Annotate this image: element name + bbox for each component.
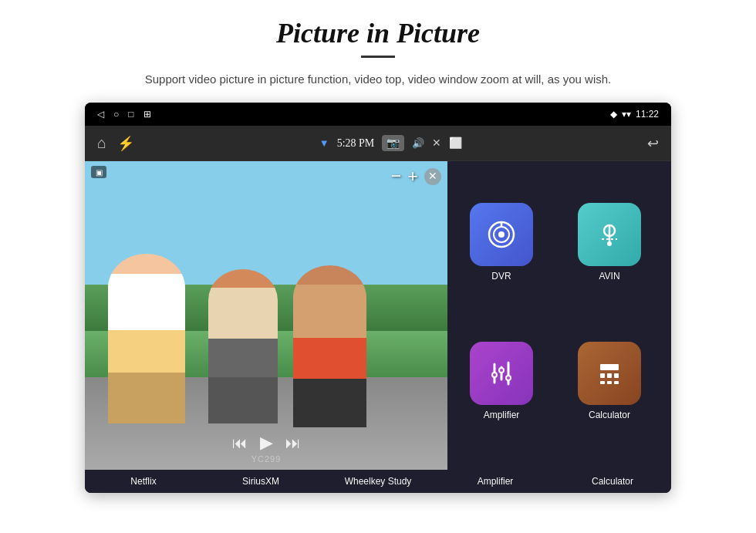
wifi-status-icon: ▼ [319,137,329,150]
bottom-label-row: Netflix SiriusXM Wheelkey Study Amplifie… [85,470,671,493]
siriusxm-bottom-label: SiriusXM [211,476,311,487]
amplifier-icon [470,342,533,405]
recents-nav-icon[interactable]: □ [128,109,133,120]
device-frame: ◁ ○ □ ⊞ ◆ ▾▾ 11:22 ⌂ ⚡ ▼ 5:28 PM 📷 🔊 [85,103,671,493]
pip-minus-button[interactable]: − [391,166,402,187]
person-1 [108,254,185,423]
avin-label: AVIN [599,271,619,282]
signal-icon: ▾▾ [622,109,631,120]
dvr-icon [470,203,533,266]
svg-point-13 [506,376,511,380]
play-button[interactable]: ▶ [260,433,273,453]
app-icon-grid: DVR AVIN [440,161,671,470]
video-top-bar: ▣ [91,166,106,178]
person-3 [293,265,366,427]
wheelkey-bottom-label: Wheelkey Study [328,476,428,487]
pip-video-container: ▣ − + ✕ ⏮ ▶ [85,161,447,470]
dvr-label: DVR [491,271,511,282]
svg-rect-18 [600,381,605,384]
volume-icon[interactable]: 🔊 [412,137,424,150]
title-divider [361,56,395,58]
svg-rect-17 [614,373,619,378]
status-bar-right: ◆ ▾▾ 11:22 [610,109,659,120]
svg-rect-20 [614,381,619,384]
pip-controls[interactable]: − + ✕ [391,166,441,187]
android-status-bar: ◁ ○ □ ⊞ ◆ ▾▾ 11:22 [85,103,671,126]
pip-close-icon: ✕ [428,170,437,183]
pip-mode-icon: ▣ [91,166,106,178]
svg-point-12 [499,368,504,373]
amplifier-bottom-label: Amplifier [445,476,545,487]
pip-close-button[interactable]: ✕ [424,168,441,185]
camera-button[interactable]: 📷 [382,135,404,151]
pip-plus-button[interactable]: + [407,166,418,187]
page-title: Picture in Picture [276,17,480,49]
calculator-label: Calculator [589,410,630,420]
pip-video-overlay[interactable]: ▣ − + ✕ ⏮ ▶ [85,161,447,470]
svg-rect-14 [600,364,619,370]
calculator-app[interactable]: Calculator [578,342,641,420]
svg-point-11 [492,373,497,377]
svg-rect-15 [600,373,605,378]
person-2 [208,269,278,423]
amplifier-label: Amplifier [484,410,520,420]
svg-point-2 [498,231,505,238]
next-button[interactable]: ⏭ [285,434,301,452]
netflix-bottom-label: Netflix [93,476,194,487]
home-nav-icon[interactable]: ○ [113,109,119,120]
app-row-1: DVR AVIN [447,203,663,282]
playback-controls: ⏮ ▶ ⏭ [232,433,301,453]
nav-time: 5:28 PM [337,137,375,150]
avin-icon [578,203,641,266]
svg-rect-16 [607,373,612,378]
back-nav-icon[interactable]: ◁ [97,109,104,120]
watermark: YC299 [251,454,282,464]
nav-bar-center: ▼ 5:28 PM 📷 🔊 ✕ ⬜ [319,135,463,151]
status-bar-left: ◁ ○ □ ⊞ [97,109,151,120]
status-time: 11:22 [636,109,659,120]
calculator-icon [578,342,641,405]
svg-rect-19 [607,381,612,384]
svg-point-6 [607,241,612,246]
back-icon[interactable]: ↩ [647,136,659,151]
avin-app[interactable]: AVIN [578,203,641,282]
amplifier-app[interactable]: Amplifier [470,342,533,420]
nav-bar-right: ↩ [647,135,659,152]
close-icon[interactable]: ✕ [432,137,441,150]
app-row-2: Amplifier [447,342,663,420]
location-icon: ◆ [610,109,617,120]
screenshot-nav-icon[interactable]: ⊞ [143,109,151,120]
dvr-app[interactable]: DVR [470,203,533,282]
page-subtitle: Support video picture in picture functio… [145,70,611,89]
usb-icon[interactable]: ⚡ [117,135,134,152]
nav-bar: ⌂ ⚡ ▼ 5:28 PM 📷 🔊 ✕ ⬜ ↩ [85,126,671,161]
video-scene: ▣ − + ✕ ⏮ ▶ [85,161,447,470]
app-area: ▣ − + ✕ ⏮ ▶ [85,161,671,470]
window-icon[interactable]: ⬜ [449,137,462,150]
prev-button[interactable]: ⏮ [232,434,248,452]
nav-bar-left: ⌂ ⚡ [97,134,134,152]
home-icon[interactable]: ⌂ [97,134,106,152]
page-wrapper: Picture in Picture Support video picture… [0,0,756,493]
calculator-bottom-label: Calculator [562,476,663,487]
